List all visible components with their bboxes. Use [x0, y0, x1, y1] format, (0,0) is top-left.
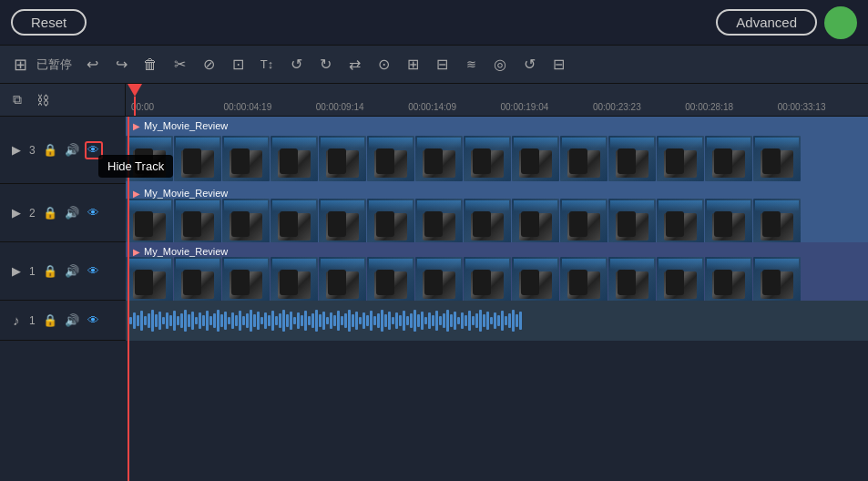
track-2-number: 2 [29, 207, 36, 220]
flip-icon[interactable]: ⇄ [342, 52, 367, 77]
thumb [753, 199, 801, 242]
adjust-icon[interactable]: ⊟ [429, 52, 454, 77]
redo-icon[interactable]: ↪ [108, 52, 134, 77]
thumb [222, 257, 270, 301]
rotate-right-icon[interactable]: ↻ [312, 52, 338, 77]
thumb [560, 257, 608, 301]
track-1-video-strip[interactable]: My_Movie_Review [126, 242, 868, 301]
advanced-button[interactable]: Advanced [716, 9, 817, 36]
thumb [608, 257, 656, 301]
thumb [319, 136, 366, 181]
thumb [367, 257, 414, 301]
audio-eye-icon[interactable]: 👁 [85, 312, 103, 330]
thumb [705, 199, 752, 242]
speed-icon[interactable]: ↺ [516, 52, 542, 77]
status-label: 已暂停 [36, 56, 72, 73]
crop-icon[interactable]: ⊡ [225, 52, 250, 77]
ruler-mark-1: 00:00:04:19 [221, 102, 313, 112]
rotate-left-icon[interactable]: ↺ [283, 52, 309, 77]
track-2-video-strip[interactable]: My_Movie_Review [126, 184, 868, 242]
track-1-lock-icon[interactable]: 🔒 [41, 262, 59, 281]
thumb [222, 136, 270, 181]
ruler-mark-4: 00:00:19:04 [499, 102, 591, 112]
thumb [464, 136, 511, 181]
thumb [174, 199, 221, 242]
top-bar: Reset Advanced [0, 0, 868, 46]
track-row-1: ▶ 1 🔒 🔊 👁 My_Movie_Review [0, 242, 868, 301]
thumb [222, 199, 270, 242]
thumb [608, 136, 656, 181]
track-1-label: My_Movie_Review [133, 246, 228, 257]
thumb [464, 257, 511, 301]
track-3-number: 3 [29, 144, 36, 157]
top-bar-right: Advanced [716, 6, 857, 39]
thumb [367, 136, 414, 181]
thumb [319, 257, 366, 301]
audio-track-number: 1 [29, 314, 36, 327]
ruler-mark-7: 00:00:33:13 [776, 102, 868, 112]
track-2-lock-icon[interactable]: 🔒 [41, 204, 59, 222]
audio-waveform [126, 307, 868, 334]
top-bar-left: Reset [11, 9, 87, 36]
copy-icon[interactable]: ⧉ [7, 90, 27, 110]
audio-track-controls: ♪ 1 🔒 🔊 👁 [0, 301, 126, 340]
thumb [512, 199, 559, 242]
thumb [271, 136, 318, 181]
thumb [271, 257, 318, 301]
thumb [560, 199, 608, 242]
ruler-mark-2: 00:00:09:14 [314, 102, 406, 112]
thumb [753, 257, 801, 301]
split-icon[interactable]: ⊟ [546, 52, 571, 77]
thumb [512, 136, 559, 181]
track-3-play-icon[interactable]: ▶ [7, 141, 26, 159]
thumb [271, 199, 318, 242]
ruler-mark-6: 00:00:28:18 [683, 102, 775, 112]
thumb [657, 136, 704, 181]
thumb [657, 199, 704, 242]
audio-lock-icon[interactable]: 🔒 [41, 312, 59, 330]
main-area: ⧉ ⛓ 00:00 00:00:04:19 00:00:09:14 00:00:… [0, 84, 868, 481]
track-3-volume-icon[interactable]: 🔊 [63, 141, 81, 159]
thumb [174, 257, 221, 301]
thumb [464, 199, 511, 242]
thumb [319, 199, 366, 242]
playhead-triangle [128, 84, 142, 97]
thumb [657, 257, 704, 301]
audio-note-icon: ♪ [7, 312, 26, 330]
text-icon[interactable]: T↕ [254, 52, 280, 77]
reset-button[interactable]: Reset [11, 9, 87, 36]
undo-icon[interactable]: ↩ [79, 52, 105, 77]
track-3-eye-icon[interactable]: 👁 [85, 141, 103, 159]
track-1-play-icon[interactable]: ▶ [7, 262, 26, 281]
track-3-video-strip[interactable]: My_Movie_Review [126, 117, 868, 184]
playhead-line-ruler [134, 97, 136, 116]
thumb [705, 257, 752, 301]
resize-icon[interactable]: ⊞ [400, 52, 425, 77]
thumb [126, 199, 173, 242]
audio-volume-icon[interactable]: 🔊 [63, 312, 81, 330]
track-2-play-icon[interactable]: ▶ [7, 204, 26, 222]
track-3-lock-icon[interactable]: 🔒 [41, 141, 59, 159]
wave-icon[interactable]: ≋ [458, 52, 484, 77]
target-icon[interactable]: ◎ [487, 52, 513, 77]
timer-icon[interactable]: ⊙ [371, 52, 396, 77]
track-1-volume-icon[interactable]: 🔊 [63, 262, 81, 281]
track-2-eye-icon[interactable]: 👁 [85, 204, 103, 222]
thumb [415, 136, 463, 181]
delete-icon[interactable]: 🗑 [138, 52, 163, 77]
green-button[interactable] [824, 6, 857, 39]
track-2-controls: ▶ 2 🔒 🔊 👁 [0, 184, 126, 241]
ruler-mark-0: 00:00 [129, 102, 221, 112]
thumb [705, 136, 752, 181]
track-row-3: ▶ 3 🔒 🔊 👁 My_Movie_Review [0, 117, 868, 184]
thumb [753, 136, 801, 181]
thumb [608, 199, 656, 242]
cut-icon[interactable]: ✂ [167, 52, 192, 77]
disable-icon[interactable]: ⊘ [196, 52, 221, 77]
track-2-volume-icon[interactable]: 🔊 [63, 204, 81, 222]
audio-strip[interactable] [126, 301, 868, 341]
track-3-controls: ▶ 3 🔒 🔊 👁 [0, 117, 126, 183]
track-1-eye-icon[interactable]: 👁 [85, 262, 103, 281]
track-row-audio: ♪ 1 🔒 🔊 👁 [0, 301, 868, 341]
link-icon[interactable]: ⛓ [33, 90, 53, 110]
